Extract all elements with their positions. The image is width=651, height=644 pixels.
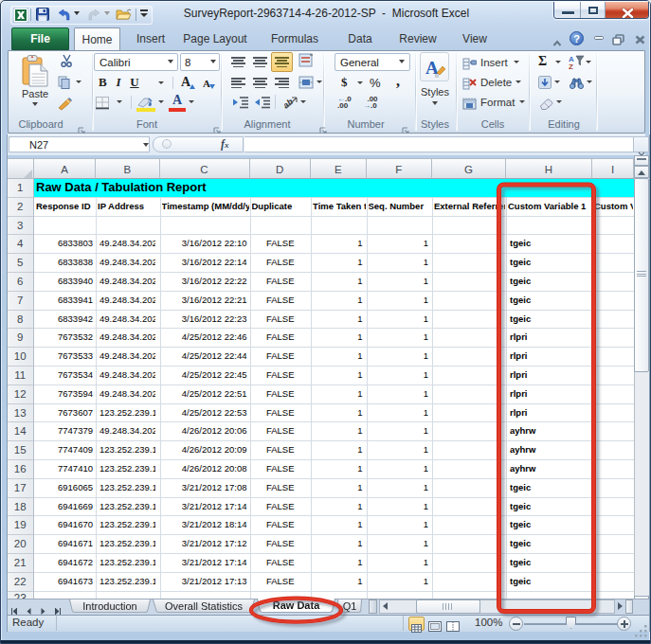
svg-text:ab: ab (284, 97, 296, 110)
svg-text:Z: Z (569, 63, 573, 69)
